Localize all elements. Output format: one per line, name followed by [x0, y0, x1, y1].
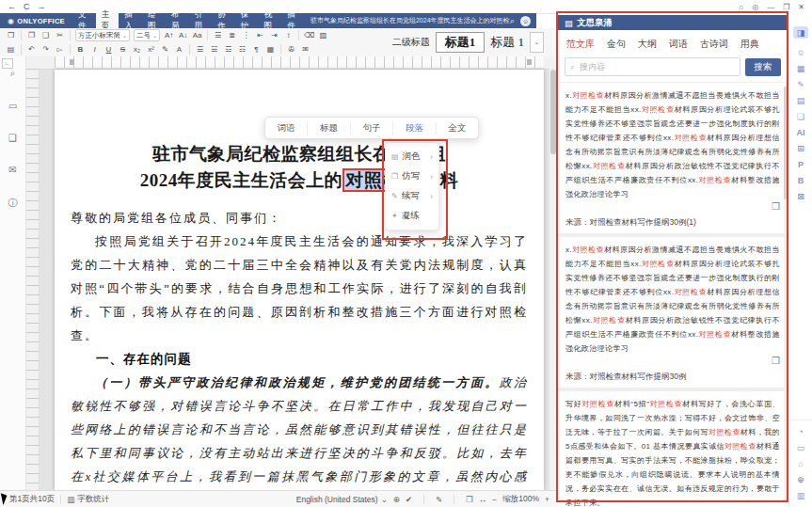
submenu-item-润色[interactable]: ▤润色›	[386, 147, 438, 166]
underline-icon[interactable]: U	[103, 43, 115, 55]
p-app-icon[interactable]: P	[794, 159, 808, 170]
menu-item-文件[interactable]: 文件	[72, 13, 96, 28]
menu-item-保护[interactable]: 保护	[235, 13, 259, 28]
page-indicator[interactable]: 第1页共10页	[9, 494, 55, 505]
print-icon[interactable]: ▤	[5, 43, 17, 55]
border-color-icon[interactable]: ▦	[264, 43, 277, 55]
clock-icon[interactable]: ◔	[794, 426, 808, 437]
reload-icon[interactable]: C	[24, 2, 30, 11]
context-tab-词语[interactable]: 词语	[265, 122, 307, 135]
home-icon[interactable]: ⌂	[739, 3, 743, 11]
track-changes-icon[interactable]: ✎	[436, 495, 442, 504]
sub-icon[interactable]: x₂	[131, 43, 143, 55]
font-size-select[interactable]: 二号⌄	[134, 29, 160, 41]
horizontal-ruler[interactable]	[26, 56, 549, 70]
style-heading1-button[interactable]: 标题1	[436, 32, 486, 53]
submenu-item-仿写[interactable]: ❐仿写›	[386, 166, 438, 186]
multilevel-icon[interactable]: ⋮	[240, 30, 252, 41]
menu-item-主页[interactable]: 主页	[96, 13, 119, 28]
panel-tab-大纲[interactable]: 大纲	[638, 38, 657, 51]
panel-tab-古诗词[interactable]: 古诗词	[700, 38, 728, 51]
feedback-icon[interactable]: ✉	[8, 165, 16, 175]
panel-toggle-button[interactable]: ◨	[793, 26, 808, 39]
panel-tab-范文库[interactable]: 范文库	[566, 38, 595, 51]
copy-button[interactable]: ❐	[565, 356, 780, 368]
spell-check-icon[interactable]: ✔	[406, 495, 412, 504]
context-tab-全文[interactable]: 全文	[436, 122, 478, 135]
paste-icon[interactable]: ❑	[40, 30, 52, 41]
search-icon[interactable]: ⌕	[510, 16, 515, 26]
panel-scrollbar-thumb[interactable]	[784, 87, 788, 199]
document-scrollbar[interactable]	[549, 56, 557, 490]
case-icon[interactable]: Aa	[191, 30, 203, 41]
redo-icon[interactable]: ↷	[40, 43, 52, 55]
user-icon[interactable]: ☺	[794, 47, 808, 58]
home2-icon[interactable]: ⌂	[794, 458, 808, 469]
indent-inc-icon[interactable]: ⇥	[268, 30, 280, 41]
save-icon[interactable]: ❒	[5, 30, 17, 41]
wordcount-label[interactable]: 字数统计	[77, 494, 109, 505]
globe-icon[interactable]: ⊕	[794, 474, 808, 485]
mail-icon[interactable]: ✉	[299, 43, 311, 55]
org-icon[interactable]: ▥	[794, 490, 808, 501]
menu-item-引用[interactable]: 引用	[188, 13, 212, 28]
zoom-in-button[interactable]: +	[545, 495, 549, 504]
undo-icon[interactable]: ↶	[25, 43, 38, 55]
copy-icon[interactable]: ❐	[25, 30, 38, 41]
ai-icon[interactable]: AI	[794, 127, 808, 138]
left-indent-marker[interactable]	[70, 59, 74, 65]
edit-doc-icon[interactable]: ✎	[794, 79, 808, 90]
apps-icon[interactable]: ⊞	[794, 143, 808, 154]
numbering-icon[interactable]: ≣	[226, 30, 238, 41]
b-app-icon[interactable]: B	[794, 175, 808, 186]
context-tab-段落[interactable]: 段落	[392, 122, 435, 135]
search-input[interactable]	[578, 61, 735, 72]
context-tab-句子[interactable]: 句子	[350, 122, 392, 135]
sidebar-search-icon[interactable]: ⌕	[10, 68, 16, 79]
cut-icon[interactable]: ✂	[54, 30, 66, 41]
forward-icon[interactable]: →	[38, 2, 46, 11]
sup-icon[interactable]: x²	[145, 43, 157, 55]
panel-tab-金句[interactable]: 金句	[607, 38, 626, 51]
minimize-icon[interactable]: —	[767, 3, 774, 11]
align-center-icon[interactable]: ☱	[208, 43, 220, 55]
tab-stop-selector[interactable]: ∟	[2, 58, 13, 69]
menu-item-绘图[interactable]: 绘图	[142, 13, 166, 28]
vertical-ruler[interactable]	[26, 69, 40, 490]
para-mark-icon[interactable]: ¶	[250, 43, 263, 55]
search-field[interactable]: ⌕	[565, 57, 740, 76]
panel-tab-词语[interactable]: 词语	[669, 38, 688, 51]
restore-icon[interactable]: ❐	[783, 3, 789, 11]
font-name-select[interactable]: 方正小标宋简⌄	[75, 29, 130, 41]
menu-item-布局[interactable]: 布局	[166, 13, 189, 28]
menu-item-插入[interactable]: 插入	[119, 13, 142, 28]
avatar[interactable]: ☺	[520, 16, 531, 26]
presenter-icon[interactable]: ◎	[752, 3, 758, 11]
panel-tab-用典[interactable]: 用典	[740, 38, 759, 51]
chat-icon[interactable]: ❑	[8, 133, 17, 143]
bold-icon[interactable]: B	[74, 43, 87, 55]
highlight-icon[interactable]: ✎	[159, 43, 171, 55]
italic-icon[interactable]: I	[88, 43, 101, 55]
inc-font-icon[interactable]: A↑	[163, 30, 175, 41]
indent-dec-icon[interactable]: ⇤	[254, 30, 266, 41]
fit-width-icon[interactable]: ↔	[479, 495, 487, 504]
panel-scrollbar[interactable]	[784, 87, 788, 505]
language-selector[interactable]: English (United States) ⌄	[296, 495, 388, 504]
dec-font-icon[interactable]: A↓	[177, 30, 189, 41]
menu-item-协作[interactable]: 协作	[212, 13, 235, 28]
bullets-icon[interactable]: ☰	[212, 30, 224, 41]
book-icon[interactable]: ▤	[794, 95, 808, 106]
style-gallery-expand-button[interactable]: ⌄	[530, 32, 544, 53]
zoom-out-button[interactable]: −	[492, 495, 497, 504]
select-icon[interactable]: ▻	[54, 43, 66, 55]
context-tab-标题[interactable]: 标题	[307, 122, 349, 135]
about-icon[interactable]: ⓘ	[8, 197, 18, 210]
menu-item-视图[interactable]: 视图	[259, 13, 282, 28]
submenu-item-凝练[interactable]: ✦凝练	[386, 206, 438, 226]
shading-icon[interactable]: ▨	[317, 30, 329, 41]
search-button[interactable]: 搜索	[745, 58, 781, 76]
right-indent-marker[interactable]	[527, 59, 532, 65]
align-left-icon[interactable]: ☰	[194, 43, 206, 55]
spacing-icon[interactable]: ↕	[282, 30, 295, 41]
